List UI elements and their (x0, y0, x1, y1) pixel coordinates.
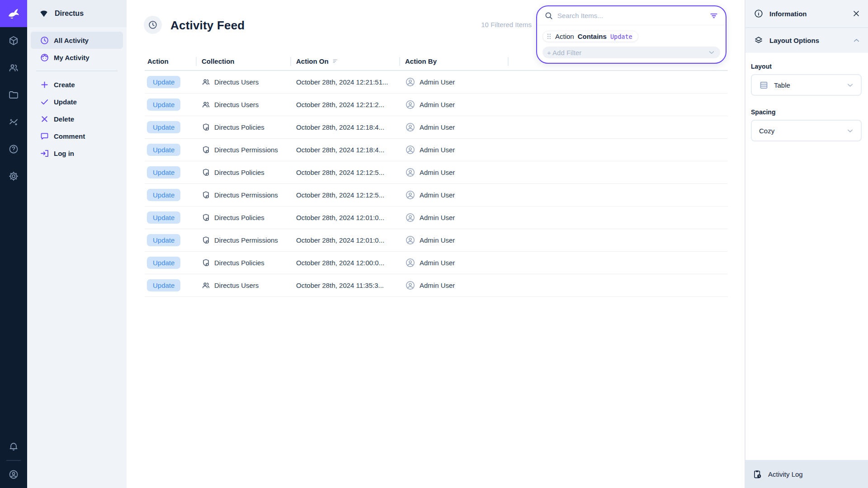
project-header[interactable]: Directus (27, 0, 127, 27)
user-name: Admin User (420, 146, 455, 154)
cell-action-on: October 28th, 2024 12:18:4... (290, 139, 399, 161)
column-header-action-on[interactable]: Action On (290, 52, 399, 70)
cell-spacer (508, 206, 728, 229)
info-icon (754, 9, 764, 19)
settings-module-button[interactable] (0, 163, 27, 190)
table-row[interactable]: Update Directus PoliciesOctober 28th, 20… (145, 161, 728, 184)
nav-filter-login[interactable]: Log in (31, 145, 123, 162)
collection-name: Directus Policies (214, 169, 264, 176)
table-row[interactable]: Update Directus PoliciesOctober 28th, 20… (145, 206, 728, 229)
clock-icon (148, 20, 158, 30)
cell-action-by: Admin User (399, 94, 508, 116)
sort-descending-icon (332, 57, 339, 65)
table-row[interactable]: Update Directus UsersOctober 28th, 2024 … (145, 94, 728, 116)
close-icon[interactable] (852, 9, 861, 18)
cell-action-by: Admin User (399, 274, 508, 296)
layout-select[interactable]: Table (751, 74, 862, 96)
table-row[interactable]: Update Directus PermissionsOctober 28th,… (145, 229, 728, 252)
add-filter-button[interactable]: + Add Filter (542, 47, 720, 58)
cell-collection: Directus Users (196, 94, 290, 116)
table-row[interactable]: Update Directus PoliciesOctober 28th, 20… (145, 252, 728, 274)
collection-name: Directus Users (214, 78, 259, 86)
user-avatar-icon (405, 77, 415, 87)
drag-handle-icon[interactable] (547, 33, 552, 40)
face-icon (40, 53, 49, 62)
notifications-button[interactable] (0, 433, 27, 460)
collection-name: Directus Users (214, 282, 259, 289)
nav-item-my-activity[interactable]: My Activity (31, 49, 123, 66)
spacing-select-value: Cozy (759, 127, 774, 135)
current-user-button[interactable] (0, 461, 27, 488)
action-badge: Update (147, 144, 180, 156)
chevron-down-icon (846, 127, 854, 135)
column-header-action-by[interactable]: Action By (399, 52, 508, 70)
activity-log-button[interactable]: Activity Log (745, 460, 868, 488)
user-avatar-icon (405, 212, 415, 223)
action-badge: Update (147, 211, 180, 224)
table-row[interactable]: Update Directus UsersOctober 28th, 2024 … (145, 71, 728, 94)
information-section-header[interactable]: Information (745, 0, 868, 27)
chevron-up-icon[interactable] (852, 36, 861, 45)
action-badge: Update (147, 257, 180, 269)
cell-action-by: Admin User (399, 116, 508, 138)
user-avatar-icon (405, 145, 415, 155)
user-name: Admin User (420, 259, 455, 267)
table-row[interactable]: Update Directus PoliciesOctober 28th, 20… (145, 116, 728, 139)
nav-filter-delete[interactable]: Delete (31, 110, 123, 127)
user-name: Admin User (420, 214, 455, 221)
cell-collection: Directus Policies (196, 206, 290, 229)
action-badge: Update (147, 189, 180, 201)
layout-options-label: Layout Options (769, 37, 846, 44)
directus-rabbit-logo[interactable] (0, 0, 27, 27)
spacing-select[interactable]: Cozy (751, 120, 862, 141)
action-badge: Update (147, 279, 180, 291)
nav-filter-update[interactable]: Update (31, 93, 123, 110)
column-header-action[interactable]: Action (145, 52, 196, 70)
cell-action: Update (145, 274, 196, 296)
cell-collection: Directus Policies (196, 116, 290, 138)
user-avatar-icon (405, 122, 415, 132)
users-module-button[interactable] (0, 54, 27, 81)
page-title: Activity Feed (170, 19, 245, 33)
folder-icon (8, 89, 19, 100)
cell-collection: Directus Permissions (196, 229, 290, 251)
help-module-button[interactable] (0, 136, 27, 163)
layout-options-section-header[interactable]: Layout Options (745, 27, 868, 53)
filtered-items-count: 10 Filtered Items (481, 21, 532, 28)
cell-action: Update (145, 116, 196, 138)
search-input[interactable] (557, 12, 705, 19)
cell-spacer (508, 229, 728, 251)
files-module-button[interactable] (0, 81, 27, 108)
content-module-button[interactable] (0, 27, 27, 54)
user-avatar-icon (405, 258, 415, 268)
search-icon (544, 11, 553, 20)
table-row[interactable]: Update Directus PermissionsOctober 28th,… (145, 184, 728, 206)
column-header-collection[interactable]: Collection (196, 52, 290, 70)
action-badge: Update (147, 166, 180, 178)
collection-name: Directus Policies (214, 259, 264, 267)
filter-lines-icon[interactable] (709, 11, 718, 20)
nav-filter-create[interactable]: Create (31, 76, 123, 93)
table-row[interactable]: Update Directus PermissionsOctober 28th,… (145, 139, 728, 161)
cell-action: Update (145, 184, 196, 206)
cell-spacer (508, 116, 728, 138)
check-icon (40, 97, 49, 107)
insights-module-button[interactable] (0, 108, 27, 136)
user-avatar-icon (405, 167, 415, 178)
search-row (537, 6, 726, 25)
cell-action-on: October 28th, 2024 12:12:5... (290, 161, 399, 183)
user-avatar-icon (405, 190, 415, 200)
nav-filter-comment[interactable]: Comment (31, 127, 123, 145)
cell-action: Update (145, 161, 196, 183)
cell-spacer (508, 184, 728, 206)
cell-action: Update (145, 139, 196, 161)
rabbit-icon (6, 6, 21, 21)
table-row[interactable]: Update Directus UsersOctober 28th, 2024 … (145, 274, 728, 297)
active-filter-chip[interactable]: Action Contains Update (542, 31, 638, 42)
nav-item-all-activity[interactable]: All Activity (31, 32, 123, 49)
main-content: Activity Feed 10 Filtered Items Action C… (127, 0, 745, 488)
project-name: Directus (55, 9, 84, 18)
policy-collection-icon (202, 191, 210, 199)
gear-icon (8, 171, 19, 182)
user-name: Admin User (420, 282, 455, 289)
